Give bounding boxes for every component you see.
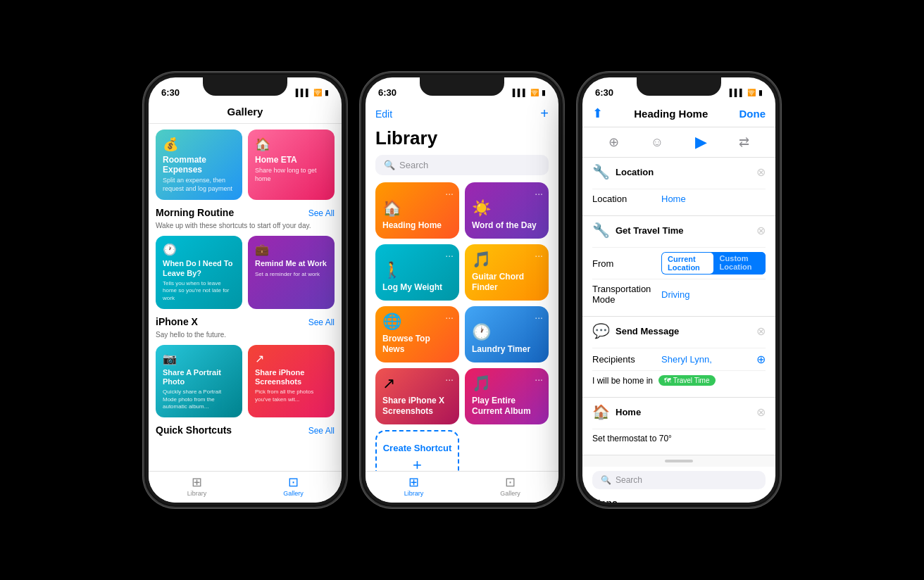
create-shortcut-button[interactable]: Create Shortcut +	[375, 430, 459, 471]
laundry-timer-more[interactable]: ···	[535, 312, 543, 323]
signal2-icon: ▌▌▌	[513, 89, 527, 96]
phone2-frame: 6:30 ▌▌▌ 🛜 ▮ Edit + Library 🔍 Search	[360, 72, 564, 508]
tab-gallery-2[interactable]: ⊡ Gallery	[462, 476, 558, 497]
library-title: Library	[366, 127, 558, 155]
leave-desc: Tells you when to leave home so you're n…	[163, 280, 235, 302]
leave-by-card[interactable]: 🕐 When Do I Need To Leave By? Tells you …	[156, 236, 242, 309]
top-news-more[interactable]: ···	[445, 312, 454, 323]
phone2-screen: 6:30 ▌▌▌ 🛜 ▮ Edit + Library 🔍 Search	[366, 77, 558, 503]
share-screenshots-shortcut[interactable]: ··· ↗ Share iPhone X Screenshots	[375, 368, 459, 424]
quick-see-all[interactable]: See All	[308, 426, 335, 436]
tab-library-1[interactable]: ⊞ Library	[149, 476, 245, 497]
recipients-value[interactable]: Sheryl Lynn,	[661, 354, 712, 365]
maps-label: Maps	[582, 493, 775, 503]
top-news-shortcut[interactable]: ··· 🌐 Browse Top News	[375, 306, 459, 362]
settings2-button[interactable]: ☺	[651, 135, 663, 150]
word-of-day-icon: ☀️	[472, 199, 542, 218]
phone1-screen: 6:30 ▌▌▌ 🛜 ▮ Gallery 💰 Roommate Expenses…	[149, 77, 342, 503]
iphonex-see-all[interactable]: See All	[308, 317, 335, 327]
phone3-screen: 6:30 ▌▌▌ 🛜 ▮ ⬆ Heading Home Done ⊕ ☺ ▶ ⇄	[582, 77, 775, 503]
play-button[interactable]: ▶	[695, 133, 707, 151]
iphonex-cards: 📷 Share A Portrait Photo Quickly share a…	[156, 345, 335, 418]
home-eta-card[interactable]: 🏠 Home ETA Share how long to get home	[248, 130, 335, 200]
remind-card[interactable]: 💼 Remind Me at Work Set a reminder for a…	[248, 236, 335, 309]
location-card: 🔧 Location ⊗ Location Home	[582, 158, 775, 216]
transport-label: Transportation Mode	[592, 284, 656, 305]
notch1	[203, 77, 287, 96]
portrait-desc: Quickly share a Portrait Mode photo from…	[163, 389, 235, 410]
screenshot-card[interactable]: ↗ Share iPhone Screenshots Pick from all…	[248, 345, 335, 418]
create-shortcut-plus: +	[413, 456, 422, 472]
word-of-day-more[interactable]: ···	[535, 188, 543, 199]
notch3	[637, 77, 721, 96]
add-recipient-button[interactable]: ⊕	[756, 353, 766, 366]
toggle-button[interactable]: ⇄	[739, 134, 749, 150]
play-album-shortcut[interactable]: ··· 🎵 Play Entire Current Album	[465, 368, 549, 424]
footer-search[interactable]: 🔍 Search	[592, 471, 766, 489]
quick-section-header: Quick Shortcuts See All	[156, 424, 335, 436]
done-button[interactable]: Done	[739, 108, 766, 120]
laundry-timer-name: Laundry Timer	[472, 344, 542, 355]
guitar-chord-name: Guitar Chord Finder	[472, 272, 542, 294]
heading-home-content: ⬆ Heading Home Done ⊕ ☺ ▶ ⇄ 🔧 Location	[582, 103, 775, 503]
morning-cards: 🕐 When Do I Need To Leave By? Tells you …	[156, 236, 335, 309]
play-album-more[interactable]: ···	[535, 374, 543, 385]
gallery2-tab-icon: ⊡	[505, 476, 516, 488]
from-label: From	[592, 258, 656, 269]
send-message-remove[interactable]: ⊗	[756, 324, 766, 338]
edit-button[interactable]: Edit	[375, 108, 392, 120]
settings1-button[interactable]: ⊕	[608, 134, 619, 150]
location-remove[interactable]: ⊗	[756, 165, 766, 179]
morning-routine-title: Morning Routine	[156, 207, 234, 218]
roommate-icon: 💰	[163, 137, 235, 152]
location-row-value[interactable]: Home	[661, 194, 686, 204]
travel-time-pill[interactable]: 🗺 Travel Time	[658, 375, 715, 386]
heading-home-icon: 🏠	[382, 199, 452, 218]
home-action-name: Home	[616, 407, 751, 417]
heading-home-toolbar: ⊕ ☺ ▶ ⇄	[582, 127, 775, 158]
current-location-opt[interactable]: Current Location	[662, 253, 713, 274]
home-action-remove[interactable]: ⊗	[756, 405, 766, 419]
library2-tab-icon: ⊞	[408, 476, 419, 488]
share-screenshots-icon: ↗	[382, 374, 452, 393]
wifi3-icon: 🛜	[747, 89, 756, 96]
tab-gallery-1[interactable]: ⊡ Gallery	[245, 476, 342, 497]
quick-title: Quick Shortcuts	[156, 424, 232, 436]
location-segmented[interactable]: Current Location Custom Location	[661, 252, 766, 275]
library2-tab-label: Library	[404, 490, 424, 497]
heading-home-more[interactable]: ···	[445, 188, 454, 199]
transport-value[interactable]: Driving	[661, 289, 689, 300]
roommate-desc: Split an expense, then request and log p…	[163, 177, 235, 193]
laundry-timer-shortcut[interactable]: ··· 🕐 Laundry Timer	[465, 306, 549, 362]
morning-see-all[interactable]: See All	[308, 208, 335, 218]
travel-time-card: 🔧 Get Travel Time ⊗ From Current Locatio…	[582, 216, 775, 317]
roommate-card[interactable]: 💰 Roommate Expenses Split an expense, th…	[156, 130, 242, 200]
guitar-chord-icon: 🎵	[472, 251, 542, 269]
travel-time-name: Get Travel Time	[616, 225, 751, 236]
heading-home-name: Heading Home	[382, 220, 452, 232]
heading-home-shortcut[interactable]: ··· 🏠 Heading Home	[375, 182, 459, 239]
guitar-chord-shortcut[interactable]: ··· 🎵 Guitar Chord Finder	[465, 244, 549, 301]
travel-time-remove[interactable]: ⊗	[756, 224, 766, 237]
guitar-chord-more[interactable]: ···	[535, 250, 543, 261]
time-1: 6:30	[161, 87, 180, 98]
heading-home-nav-title: Heading Home	[634, 108, 708, 120]
top-news-name: Browse Top News	[382, 334, 452, 355]
phones-container: 6:30 ▌▌▌ 🛜 ▮ Gallery 💰 Roommate Expenses…	[143, 72, 781, 508]
notch2	[420, 77, 504, 96]
recipients-label: Recipients	[592, 354, 656, 365]
share-screenshots-more[interactable]: ···	[445, 374, 454, 385]
tab-library-2[interactable]: ⊞ Library	[366, 476, 462, 497]
travel-time-icon: 🔧	[592, 222, 610, 239]
add-button[interactable]: +	[540, 106, 549, 122]
home-action-card: 🏠 Home ⊗ Set thermostat to 70°	[582, 398, 775, 455]
library-search[interactable]: 🔍 Search	[375, 155, 549, 175]
log-weight-more[interactable]: ···	[445, 250, 454, 261]
log-weight-shortcut[interactable]: ··· 🚶 Log My Weight	[375, 244, 459, 301]
share-button[interactable]: ⬆	[592, 106, 603, 121]
leave-icon: 🕐	[163, 243, 235, 256]
custom-location-opt[interactable]: Custom Location	[714, 252, 766, 275]
portrait-card[interactable]: 📷 Share A Portrait Photo Quickly share a…	[156, 345, 242, 418]
word-of-day-shortcut[interactable]: ··· ☀️ Word of the Day	[465, 182, 549, 239]
library-tab-label: Library	[187, 490, 207, 497]
